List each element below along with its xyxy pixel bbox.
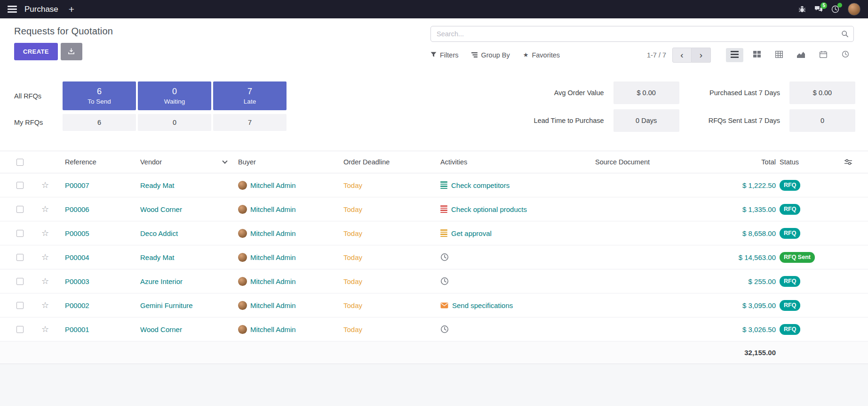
search-icon[interactable]: [836, 30, 853, 38]
apps-menu-icon[interactable]: [8, 6, 17, 13]
column-header-order-deadline[interactable]: Order Deadline: [343, 158, 440, 166]
column-header-activities[interactable]: Activities: [440, 158, 595, 166]
activity-icon[interactable]: [440, 277, 449, 285]
pager-next-button[interactable]: ›: [692, 48, 711, 63]
reference-link[interactable]: P00001: [65, 325, 89, 333]
favorite-star-icon[interactable]: ☆: [41, 300, 49, 310]
favorite-star-icon[interactable]: ☆: [41, 252, 49, 262]
buyer-link[interactable]: Mitchell Admin: [250, 325, 296, 333]
activity-icon[interactable]: [440, 302, 448, 309]
column-header-status[interactable]: Status: [779, 158, 835, 166]
row-checkbox[interactable]: [16, 254, 24, 261]
activity-icon[interactable]: [440, 229, 447, 237]
buyer-avatar: [238, 301, 247, 310]
row-checkbox[interactable]: [16, 230, 24, 237]
column-header-reference[interactable]: Reference: [57, 158, 140, 166]
plus-icon[interactable]: +: [69, 4, 74, 14]
activity-link[interactable]: Check competitors: [451, 181, 510, 189]
favorite-star-icon[interactable]: ☆: [41, 228, 49, 238]
column-header-total[interactable]: Total: [717, 158, 779, 166]
reference-link[interactable]: P00002: [65, 301, 89, 309]
table-footer-row: 32,155.00: [0, 341, 868, 364]
my-to-send-count[interactable]: 6: [63, 114, 136, 131]
pivot-view-button[interactable]: [770, 48, 788, 62]
activity-link[interactable]: Get approval: [451, 229, 492, 237]
tile-label: Late: [244, 98, 256, 105]
vendor-link[interactable]: Wood Corner: [140, 205, 182, 213]
reference-link[interactable]: P00006: [65, 205, 89, 213]
vendor-link[interactable]: Deco Addict: [140, 229, 178, 237]
select-all-checkbox[interactable]: [16, 159, 24, 166]
kanban-view-button[interactable]: [748, 48, 765, 62]
buyer-link[interactable]: Mitchell Admin: [250, 229, 296, 237]
table-row[interactable]: ☆ P00001 Wood Corner Mitchell Admin Toda…: [0, 317, 868, 341]
row-checkbox[interactable]: [16, 302, 24, 309]
my-late-count[interactable]: 7: [213, 114, 287, 131]
pager-previous-button[interactable]: ‹: [672, 48, 692, 63]
tile-late[interactable]: 7 Late: [213, 81, 287, 110]
table-row[interactable]: ☆ P00007 Ready Mat Mitchell Admin Today …: [0, 173, 868, 197]
activity-view-button[interactable]: [836, 48, 854, 62]
activity-icon[interactable]: [440, 181, 447, 189]
buyer-link[interactable]: Mitchell Admin: [250, 301, 296, 309]
row-checkbox[interactable]: [16, 206, 24, 213]
table-row[interactable]: ☆ P00006 Wood Corner Mitchell Admin Toda…: [0, 197, 868, 221]
vendor-link[interactable]: Gemini Furniture: [140, 301, 193, 309]
messages-icon[interactable]: 5: [814, 6, 823, 13]
activity-icon[interactable]: [440, 205, 447, 213]
calendar-view-button[interactable]: [814, 48, 832, 62]
download-button[interactable]: [61, 43, 82, 60]
activity-link[interactable]: Send specifications: [452, 301, 513, 309]
activity-link[interactable]: Check optional products: [451, 205, 527, 213]
activity-icon[interactable]: [440, 253, 449, 261]
column-header-source-document[interactable]: Source Document: [595, 158, 717, 166]
buyer-link[interactable]: Mitchell Admin: [250, 277, 296, 285]
group-by-button[interactable]: Group By: [471, 51, 510, 59]
vendor-link[interactable]: Wood Corner: [140, 325, 182, 333]
column-header-vendor[interactable]: Vendor: [140, 158, 238, 166]
favorites-button[interactable]: ★ Favorites: [523, 51, 560, 59]
buyer-link[interactable]: Mitchell Admin: [250, 205, 296, 213]
my-waiting-count[interactable]: 0: [138, 114, 211, 131]
create-button[interactable]: CREATE: [14, 43, 58, 60]
vendor-link[interactable]: Ready Mat: [140, 253, 175, 261]
favorite-star-icon[interactable]: ☆: [41, 276, 49, 286]
table-row[interactable]: ☆ P00005 Deco Addict Mitchell Admin Toda…: [0, 221, 868, 245]
activity-icon[interactable]: [440, 325, 449, 333]
user-avatar[interactable]: [848, 3, 860, 16]
reference-link[interactable]: P00004: [65, 253, 89, 261]
activities-clock-icon[interactable]: [831, 5, 839, 13]
tile-waiting[interactable]: 0 Waiting: [138, 81, 211, 110]
table-row[interactable]: ☆ P00003 Azure Interior Mitchell Admin T…: [0, 269, 868, 293]
list-view-button[interactable]: [726, 48, 743, 62]
tile-to-send[interactable]: 6 To Send: [63, 81, 136, 110]
calendar-view-icon: [820, 51, 827, 59]
all-rfqs-label[interactable]: All RFQs: [14, 92, 61, 100]
topbar: Purchase + 5: [0, 0, 868, 18]
row-checkbox[interactable]: [16, 326, 24, 333]
favorite-star-icon[interactable]: ☆: [41, 324, 49, 334]
status-badge: RFQ: [780, 180, 800, 191]
table-row[interactable]: ☆ P00004 Ready Mat Mitchell Admin Today …: [0, 245, 868, 269]
optional-columns-button[interactable]: [835, 159, 861, 165]
search-input[interactable]: [431, 26, 836, 41]
row-checkbox[interactable]: [16, 278, 24, 285]
bug-icon[interactable]: [798, 6, 806, 13]
graph-view-button[interactable]: [792, 48, 810, 62]
row-checkbox[interactable]: [16, 182, 24, 189]
app-name[interactable]: Purchase: [24, 5, 58, 14]
filters-button[interactable]: Filters: [430, 51, 458, 59]
column-header-buyer[interactable]: Buyer: [238, 158, 343, 166]
reference-link[interactable]: P00005: [65, 229, 89, 237]
my-rfqs-label[interactable]: My RFQs: [14, 119, 61, 126]
buyer-link[interactable]: Mitchell Admin: [250, 253, 296, 261]
stat-value-purchased-last-7-days: $ 0.00: [789, 81, 855, 104]
vendor-link[interactable]: Ready Mat: [140, 181, 175, 189]
table-row[interactable]: ☆ P00002 Gemini Furniture Mitchell Admin…: [0, 293, 868, 317]
reference-link[interactable]: P00007: [65, 181, 89, 189]
vendor-link[interactable]: Azure Interior: [140, 277, 183, 285]
favorite-star-icon[interactable]: ☆: [41, 180, 49, 190]
favorite-star-icon[interactable]: ☆: [41, 204, 49, 214]
reference-link[interactable]: P00003: [65, 277, 89, 285]
buyer-link[interactable]: Mitchell Admin: [250, 181, 296, 189]
